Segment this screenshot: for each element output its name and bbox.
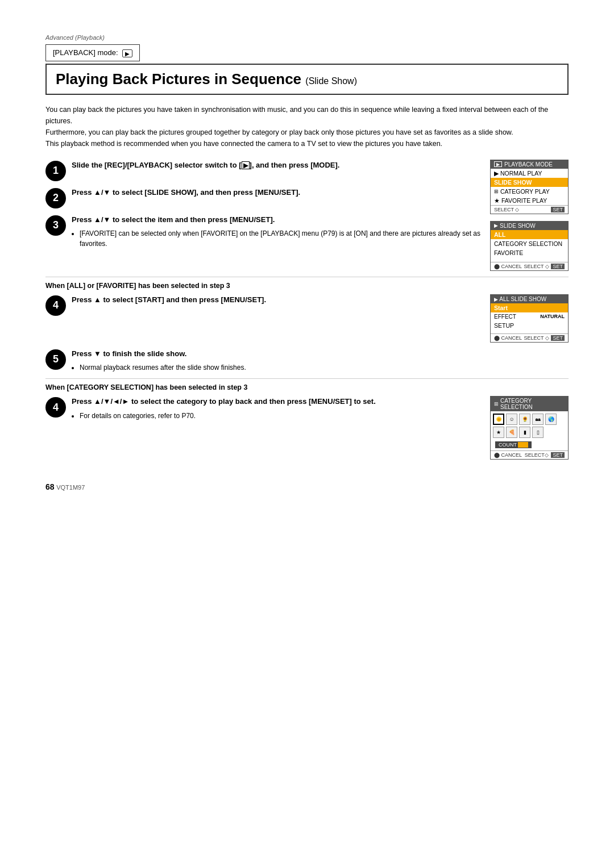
step-2-content: Press ▲/▼ to select [SLIDE SHOW], and th… bbox=[72, 187, 481, 198]
step-5-text: Press ▼ to finish the slide show. bbox=[72, 348, 569, 360]
step-2-row: 2 Press ▲/▼ to select [SLIDE SHOW], and … bbox=[45, 187, 481, 208]
step-5-bullet: Normal playback resumes after the slide … bbox=[80, 362, 569, 373]
category-selection-menu: ⊞ CATEGORY SELECTION 🌞 ☺ 🌻 🏘 🌎 ★ 🍕 ▮ ▯ C… bbox=[490, 396, 569, 460]
cat-icon-6: ★ bbox=[493, 427, 504, 438]
page-number: 68 bbox=[45, 482, 55, 491]
step-4b-content: Press ▲/▼/◄/► to select the category to … bbox=[72, 396, 481, 421]
steps-1-3: 1 Slide the [REC]/[PLAYBACK] selector sw… bbox=[45, 160, 569, 271]
intro-paragraph: You can play back the pictures you have … bbox=[45, 104, 569, 149]
cat-cancel: ⬤ CANCEL bbox=[494, 452, 522, 458]
page-container: Advanced (Playback) [PLAYBACK] mode: ▶ P… bbox=[0, 0, 614, 525]
step-1-content: Slide the [REC]/[PLAYBACK] selector swit… bbox=[72, 160, 481, 171]
page-title: Playing Back Pictures in Sequence (Slide… bbox=[45, 64, 569, 95]
cat-icon-5: 🌎 bbox=[545, 414, 557, 425]
cat-icon-8: ▮ bbox=[519, 427, 530, 438]
slide-show-footer: ⬤ CANCEL SELECT ◇ SET bbox=[491, 262, 568, 270]
all-slide-footer: ⬤ CANCEL SELECT ◇ SET bbox=[491, 333, 568, 342]
category-header: ⊞ CATEGORY SELECTION bbox=[491, 397, 568, 411]
step-2-number: 2 bbox=[45, 188, 66, 208]
slide-menu-favorite: FAVORITE bbox=[491, 248, 568, 257]
step-4b-bullets: For details on categories, refer to P70. bbox=[80, 411, 481, 421]
all-slide-cancel: ⬤ CANCEL bbox=[494, 335, 522, 341]
count-bar: COUNT bbox=[495, 441, 532, 448]
step-4b-section: 4 Press ▲/▼/◄/► to select the category t… bbox=[45, 396, 569, 460]
playback-mode-menu: ▶ PLAYBACK MODE ▶ NORMAL PLAY SLIDE SHOW… bbox=[490, 160, 569, 214]
menu-item-normal-play: ▶ NORMAL PLAY bbox=[491, 169, 568, 178]
playback-mode-header-icon: ▶ bbox=[494, 161, 502, 167]
page-title-subtitle: (Slide Show) bbox=[305, 76, 357, 86]
step-3-content: Press ▲/▼ to select the item and then pr… bbox=[72, 214, 481, 249]
step-3-number: 3 bbox=[45, 215, 66, 236]
slide-select-label: SELECT ◇ bbox=[524, 264, 549, 269]
all-slide-show-menu: ▶ ALL SLIDE SHOW Start EFFECT NATURAL SE… bbox=[490, 294, 569, 343]
step-2-text: Press ▲/▼ to select [SLIDE SHOW], and th… bbox=[72, 187, 481, 198]
menu-images-right: ▶ PLAYBACK MODE ▶ NORMAL PLAY SLIDE SHOW… bbox=[490, 160, 569, 271]
all-slide-select: SELECT ◇ bbox=[524, 335, 549, 341]
step-4a-row: 4 Press ▲ to select [START] and then pre… bbox=[45, 294, 481, 316]
step-1-row: 1 Slide the [REC]/[PLAYBACK] selector sw… bbox=[45, 160, 481, 181]
slide-show-header: ▶ SLIDE SHOW bbox=[491, 222, 568, 230]
slide-set-btn: SET bbox=[551, 264, 565, 269]
step-5-row: 5 Press ▼ to finish the slide show. Norm… bbox=[45, 348, 569, 373]
all-slide-header: ▶ ALL SLIDE SHOW bbox=[491, 295, 568, 303]
intro-line-1: You can play back the pictures you have … bbox=[45, 106, 548, 125]
step-4b-bullet: For details on categories, refer to P70. bbox=[80, 411, 481, 421]
menu-item-favorite-play: ★ FAVORITE PLAY bbox=[491, 196, 568, 205]
intro-line-3: This playback method is recommended when… bbox=[45, 140, 442, 148]
step-1-text: Slide the [REC]/[PLAYBACK] selector swit… bbox=[72, 160, 481, 171]
category-icons: 🌞 ☺ 🌻 🏘 🌎 ★ 🍕 ▮ ▯ bbox=[491, 411, 568, 439]
playback-mode-footer: SELECT ◇ SET bbox=[491, 205, 568, 214]
cat-icon-1: 🌞 bbox=[493, 414, 504, 425]
slide-show-menu: ▶ SLIDE SHOW ALL CATEGORY SELECTION FAVO… bbox=[490, 221, 569, 271]
step-3-bullet-1: [FAVORITE] can be selected only when [FA… bbox=[80, 228, 481, 249]
cat-set: SET bbox=[551, 452, 565, 458]
steps-left: 1 Slide the [REC]/[PLAYBACK] selector sw… bbox=[45, 160, 481, 255]
step-4a-number: 4 bbox=[45, 295, 66, 316]
all-slide-start: Start bbox=[491, 303, 568, 312]
count-value bbox=[518, 442, 528, 448]
page-code: VQT1M97 bbox=[56, 484, 85, 491]
intro-line-2: Furthermore, you can play back the pictu… bbox=[45, 128, 513, 136]
cat-icon-4: 🏘 bbox=[532, 414, 544, 425]
cat-icon-7: 🍕 bbox=[506, 427, 517, 438]
cat-icon-3: 🌻 bbox=[519, 414, 530, 425]
step-3-text: Press ▲/▼ to select the item and then pr… bbox=[72, 214, 481, 226]
step-4b-left: 4 Press ▲/▼/◄/► to select the category t… bbox=[45, 396, 481, 427]
step-3-row: 3 Press ▲/▼ to select the item and then … bbox=[45, 214, 481, 249]
playback-mode-header: ▶ PLAYBACK MODE bbox=[491, 160, 568, 169]
step-4a-text: Press ▲ to select [START] and then press… bbox=[72, 294, 481, 306]
step-5-bullets: Normal playback resumes after the slide … bbox=[80, 362, 569, 373]
effect-label: EFFECT bbox=[494, 314, 516, 320]
step-4a-section: 4 Press ▲ to select [START] and then pre… bbox=[45, 294, 569, 343]
category-footer: ⬤ CANCEL SELECT◇ SET bbox=[491, 450, 568, 459]
step-5-section: 5 Press ▼ to finish the slide show. Norm… bbox=[45, 348, 569, 373]
playback-mode-icon: ▶ bbox=[122, 49, 132, 57]
step-4b-row: 4 Press ▲/▼/◄/► to select the category t… bbox=[45, 396, 481, 421]
menu-item-category-play: ⊞ CATEGORY PLAY bbox=[491, 187, 568, 196]
cat-icon-9: ▯ bbox=[532, 427, 544, 438]
step-5-content: Press ▼ to finish the slide show. Normal… bbox=[72, 348, 569, 373]
step-4b-text: Press ▲/▼/◄/► to select the category to … bbox=[72, 396, 481, 407]
all-slide-effect-row: EFFECT NATURAL bbox=[491, 312, 568, 321]
effect-value: NATURAL bbox=[540, 314, 565, 320]
page-title-main: Playing Back Pictures in Sequence bbox=[56, 70, 301, 87]
step-4b-number: 4 bbox=[45, 397, 66, 418]
slide-menu-all: ALL bbox=[491, 230, 568, 239]
count-row: COUNT bbox=[491, 439, 568, 450]
step-4a-content: Press ▲ to select [START] and then press… bbox=[72, 294, 481, 306]
footer-set-btn: SET bbox=[551, 207, 565, 212]
slide-cancel-label: ⬤ CANCEL bbox=[494, 264, 522, 269]
all-slide-setup: SETUP bbox=[491, 321, 568, 330]
advanced-playback-label: Advanced (Playback) bbox=[45, 34, 569, 41]
menu-item-slide-show: SLIDE SHOW bbox=[491, 178, 568, 187]
mode-bar: [PLAYBACK] mode: ▶ bbox=[45, 44, 140, 61]
cat-icon-2: ☺ bbox=[506, 414, 517, 425]
step-1-number: 1 bbox=[45, 161, 66, 181]
warning-2: When [CATEGORY SELECTION] has been selec… bbox=[45, 378, 569, 391]
step-3-bullets: [FAVORITE] can be selected only when [FA… bbox=[80, 228, 481, 249]
mode-bar-text: [PLAYBACK] mode: bbox=[53, 48, 118, 57]
step-5-number: 5 bbox=[45, 349, 66, 370]
cat-select: SELECT◇ bbox=[525, 452, 549, 458]
slide-menu-category: CATEGORY SELECTION bbox=[491, 239, 568, 248]
all-slide-set: SET bbox=[551, 335, 565, 341]
